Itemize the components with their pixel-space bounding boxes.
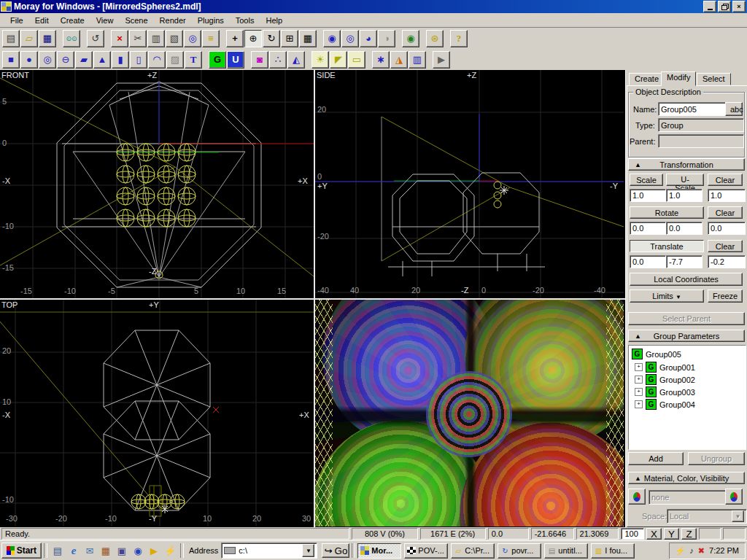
menu-scene[interactable]: Scene [119,14,153,27]
scale-x-input[interactable]: 1.0 [630,189,666,202]
save-file-button[interactable]: ▦ [39,30,56,47]
task-notes[interactable]: ▥ I fou... [591,543,635,559]
open-file-button[interactable]: ▱ [20,30,38,47]
start-button[interactable]: Start [1,542,42,559]
create-text-button[interactable]: T [185,51,202,69]
render-preview-viewport[interactable] [315,300,624,526]
translate-clear-button[interactable]: Clear [708,240,743,252]
move-mode-button[interactable]: ⊕ [244,30,262,47]
boolean-operations-button[interactable]: ◮ [390,51,408,69]
scale-y-input[interactable]: 1.0 [666,189,703,202]
tree-item[interactable]: + G Group003 [635,386,695,397]
browse-materials-button[interactable]: ⊙⊙ [63,30,80,47]
rotate-y-input[interactable]: 0.0 [666,222,703,235]
expander-icon[interactable]: + [635,376,643,384]
paste-button[interactable]: ▧ [166,30,183,47]
expander-icon[interactable]: + [635,400,643,408]
task-explorer-folder[interactable]: ▱ C:\Pr... [451,543,495,559]
material-edit-button[interactable] [725,489,743,505]
create-box-button[interactable]: ■ [2,51,20,69]
create-torus-button[interactable]: ◎ [39,51,56,69]
create-pointlight-button[interactable]: ☀ [311,51,329,69]
app-icon[interactable] [1,2,11,11]
copy-button[interactable]: ▥ [147,30,165,47]
tree-item[interactable]: + G Group004 [635,399,695,410]
rotate-x-input[interactable]: 0.0 [630,222,666,235]
axis-y-button[interactable]: Y [664,528,679,540]
uscale-button[interactable]: U-Scale [666,174,704,186]
task-untitled[interactable]: ▤ untitl... [544,543,588,559]
winamp-tray-icon[interactable]: ⚡ [676,546,686,556]
volume-icon[interactable]: ♪ [689,546,694,555]
side-viewport[interactable]: SIDE +Z -Z +Y -Y 20 0 -20 -40 40 20 0 -2… [315,70,624,298]
axis-x-button[interactable]: X [646,528,662,540]
translate-x-input[interactable]: 0.0 [630,255,666,268]
tree-item[interactable]: + G Group001 [635,362,695,373]
new-file-button[interactable]: ▤ [2,30,20,47]
media-player-icon[interactable]: ▣ [114,542,130,559]
tree-item-root[interactable]: G Group005 [632,349,681,359]
create-camera-button[interactable]: ◙ [251,51,268,69]
material-assign-button[interactable] [628,489,646,505]
material-editor-button[interactable]: ◉ [402,30,419,47]
menu-render[interactable]: Render [154,14,192,27]
axis-z-button[interactable]: Z [681,528,697,540]
help-button[interactable]: ? [450,30,468,47]
csg-group-button[interactable]: G [209,51,226,69]
front-viewport[interactable]: FRONT +Z -Z -X +X 5 0 -10 -15 -15 -10 -5… [0,70,314,298]
translate-mode-button[interactable]: + [226,30,244,47]
translate-y-input[interactable]: -7.7 [666,255,703,268]
menu-tools[interactable]: Tools [230,14,260,27]
task-moray[interactable]: Mor... [357,543,401,559]
show-desktop-icon[interactable]: ▤ [50,542,66,559]
menu-view[interactable]: View [90,14,120,27]
delete-button[interactable]: × [111,30,128,47]
zoom-input[interactable]: 100 [621,528,644,540]
realplayer-icon[interactable]: ◉ [130,542,146,559]
material-header[interactable]: ▲ Material, Color, Visibility [628,472,745,484]
animation-camera-button[interactable]: ▶ [433,51,450,69]
csg-difference-button[interactable]: ◭ [287,51,305,69]
tab-select[interactable]: Select [697,73,731,85]
render-settings-button[interactable]: ⊛ [426,30,444,47]
top-viewport[interactable]: TOP +Y -Y -X +X 20 10 -10 -30 -20 -10 10… [0,300,314,526]
create-bezier-button[interactable]: ▨ [166,51,184,69]
render-animation-button[interactable]: ◕ [360,30,377,47]
close-button[interactable]: × [732,1,746,12]
create-blobgroup-button[interactable]: ∗ [372,51,390,69]
sweep-button[interactable]: ◎ [184,30,201,47]
tree-item[interactable]: + G Group002 [635,374,695,385]
task-povray[interactable]: POV-... [404,543,448,559]
limits-button[interactable]: Limits ▼ [630,289,704,303]
menu-help[interactable]: Help [260,14,288,27]
cut-button[interactable]: ✂ [129,30,147,47]
create-sphere-button[interactable]: ● [20,51,38,69]
create-blob-button[interactable]: ∴ [269,51,287,69]
menu-plugins[interactable]: Plugins [192,14,230,27]
network-status-icon[interactable]: ✖ [698,546,705,556]
rotate-mode-button[interactable]: ↻ [263,30,280,47]
channels-icon[interactable]: ▦ [98,542,114,559]
csg-union-button[interactable]: U [227,51,244,69]
create-spotlight-button[interactable]: ◤ [330,51,347,69]
rotate-z-input[interactable]: 0.0 [708,222,746,235]
winamp-icon[interactable]: ⚡ [162,542,178,559]
viewport-splitter-horizontal[interactable] [0,298,625,300]
outlook-express-icon[interactable]: ✉ [82,542,98,559]
translate-z-input[interactable]: -0.2 [708,255,746,268]
align-button[interactable]: ≡ [202,30,220,47]
rename-abc-button[interactable]: abc [725,102,743,116]
maximize-viewport-button[interactable]: ⊞ [281,30,298,47]
scale-button[interactable]: Scale [630,174,663,186]
translate-button[interactable]: Translate [630,240,704,252]
render-region-button[interactable]: ◎ [341,30,359,47]
rotate-button[interactable]: Rotate [630,206,704,219]
internet-explorer-icon[interactable]: e [66,542,82,559]
expander-icon[interactable]: + [635,388,643,396]
minimize-button[interactable] [703,1,716,12]
address-combobox[interactable]: c:\ ▼ [221,542,317,559]
create-disc-button[interactable]: ⊖ [57,51,74,69]
tab-modify[interactable]: Modify [661,71,696,86]
menu-create[interactable]: Create [55,14,90,27]
create-udo-button[interactable]: ▥ [409,51,426,69]
